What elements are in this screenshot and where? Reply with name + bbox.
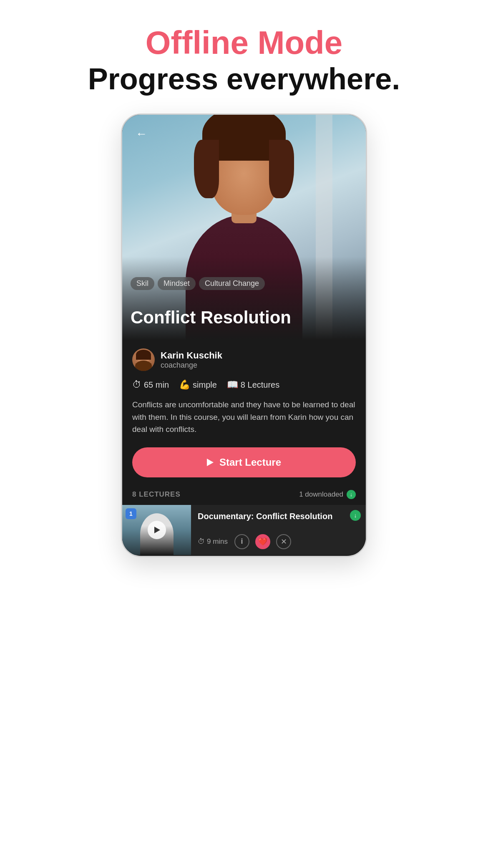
downloaded-badge: 1 downloaded ↓ xyxy=(299,490,356,499)
lecture-title: Documentary: Conflict Resolution xyxy=(198,511,359,522)
lecture-item[interactable]: 1 Documentary: Conflict Resolution ↓ ⏱ 9… xyxy=(122,505,366,555)
stat-difficulty-value: simple xyxy=(193,380,217,390)
lecture-meta: ⏱ 9 mins i ❤️ ✕ xyxy=(198,534,359,549)
instructor-company: coachange xyxy=(161,361,222,370)
download-dot-icon: ↓ xyxy=(347,490,356,499)
favorite-button[interactable]: ❤️ xyxy=(255,534,270,549)
header-main-title: Progress everywhere. xyxy=(88,61,400,97)
instructor-row: Karin Kuschik coachange xyxy=(132,348,356,371)
lecture-duration: ⏱ 9 mins xyxy=(198,537,228,546)
lecture-number-badge: 1 xyxy=(126,508,136,519)
phone-frame: ← Skil Mindset Cultural Change Conflict … xyxy=(121,114,367,557)
start-button-label: Start Lecture xyxy=(219,457,281,468)
lecture-actions: i ❤️ ✕ xyxy=(234,534,291,549)
remove-button[interactable]: ✕ xyxy=(276,534,291,549)
stat-lectures-value: 8 Lectures xyxy=(241,380,279,390)
course-description: Conflicts are uncomfortable and they hav… xyxy=(132,399,356,435)
stat-lectures: 📖 8 Lectures xyxy=(227,379,279,390)
lectures-header: 8 LECTURES 1 downloaded ↓ xyxy=(122,490,366,505)
stat-duration: ⏱ 65 min xyxy=(132,379,169,390)
lectures-section: 8 LECTURES 1 downloaded ↓ 1 Documentary:… xyxy=(122,490,366,555)
duration-clock-icon: ⏱ xyxy=(198,537,205,546)
lecture-thumbnail: 1 xyxy=(122,505,191,555)
header-accent-title: Offline Mode xyxy=(88,25,400,61)
lecture-info: Documentary: Conflict Resolution ↓ ⏱ 9 m… xyxy=(191,505,366,555)
tags-container: Skil Mindset Cultural Change xyxy=(131,277,265,290)
instructor-info: Karin Kuschik coachange xyxy=(161,350,222,370)
instructor-name: Karin Kuschik xyxy=(161,350,222,361)
stat-difficulty: 💪 simple xyxy=(179,379,217,390)
tag-skill: Skil xyxy=(131,277,154,290)
hero-gradient-overlay xyxy=(122,257,366,340)
play-icon xyxy=(207,459,214,466)
lectures-count-title: 8 LECTURES xyxy=(132,490,181,499)
course-title: Conflict Resolution xyxy=(131,308,357,328)
duration-value: 9 mins xyxy=(207,537,228,546)
clock-icon: ⏱ xyxy=(132,379,141,390)
instructor-avatar xyxy=(132,348,155,371)
downloaded-text: 1 downloaded xyxy=(299,490,343,499)
back-button[interactable]: ← xyxy=(132,125,151,143)
stat-duration-value: 65 min xyxy=(144,380,169,390)
info-button[interactable]: i xyxy=(234,534,249,549)
muscle-icon: 💪 xyxy=(179,379,190,390)
downloaded-check-icon: ↓ xyxy=(350,510,361,521)
hero-section: ← Skil Mindset Cultural Change Conflict … xyxy=(122,115,366,340)
content-section: Karin Kuschik coachange ⏱ 65 min 💪 simpl… xyxy=(122,340,366,477)
book-icon: 📖 xyxy=(227,379,238,390)
play-circle-button[interactable] xyxy=(148,521,166,539)
page-header: Offline Mode Progress everywhere. xyxy=(88,25,400,97)
stats-row: ⏱ 65 min 💪 simple 📖 8 Lectures xyxy=(132,379,356,390)
tag-mindset: Mindset xyxy=(158,277,196,290)
tag-cultural: Cultural Change xyxy=(199,277,265,290)
start-lecture-button[interactable]: Start Lecture xyxy=(132,447,356,477)
play-triangle-icon xyxy=(154,527,160,533)
